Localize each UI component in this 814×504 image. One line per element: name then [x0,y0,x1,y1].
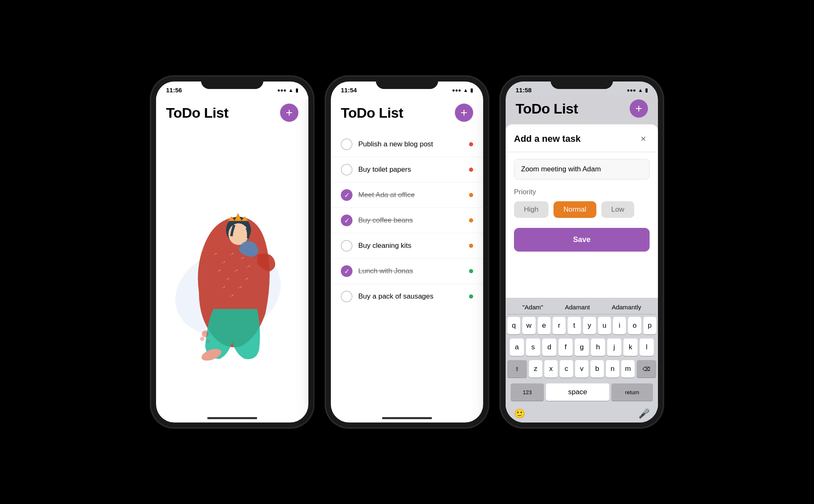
task-input[interactable] [514,159,650,180]
keyboard: "Adam" Adamant Adamantly q w e r t y u i [506,298,658,422]
modal-close-button[interactable]: × [637,133,650,145]
suggestion-2[interactable]: Adamant [565,304,590,311]
phone-1: 11:56 ●●● ▲ ▮ ToDo List + [151,77,313,427]
add-button-1[interactable]: + [280,104,298,122]
key-k[interactable]: k [623,338,638,356]
numbers-key[interactable]: 123 [511,383,544,401]
key-w[interactable]: w [522,317,535,334]
key-e[interactable]: e [538,317,551,334]
signal-icon-3: ●●● [627,87,636,93]
key-i[interactable]: i [613,317,626,334]
app-title-3: ToDo List [516,101,578,117]
key-t[interactable]: t [568,317,581,334]
priority-high-button[interactable]: High [514,201,548,218]
save-button[interactable]: Save [514,228,650,252]
key-f[interactable]: f [558,338,573,356]
todo-text-3: Meet Ada at office [358,191,463,199]
checkbox-7[interactable] [341,291,352,302]
key-a[interactable]: a [510,338,524,356]
time-1: 11:56 [166,86,182,94]
key-g[interactable]: g [575,338,589,356]
notch-1 [201,77,263,89]
modal-header: Add a new task × [506,124,658,152]
key-z[interactable]: z [529,360,542,378]
todo-item-7[interactable]: Buy a pack of sausages [331,284,483,309]
add-button-3[interactable]: + [630,99,648,118]
checkbox-3[interactable]: ✓ [341,189,352,201]
suggestion-3[interactable]: Adamantly [612,304,641,311]
key-l[interactable]: l [640,338,654,356]
illustration-container: → → → → → → → → → → → → [156,128,308,422]
keyboard-emoji-row: 🙂 🎤 [507,406,656,421]
key-p[interactable]: p [643,317,656,334]
todo-item-6[interactable]: ✓ Lunch with Jonas [331,259,483,284]
key-q[interactable]: q [507,317,520,334]
wifi-icon: ▲ [288,87,293,93]
status-icons-1: ●●● ▲ ▮ [277,87,298,93]
checkbox-4[interactable]: ✓ [341,215,352,226]
key-y[interactable]: y [583,317,596,334]
svg-point-17 [200,337,204,341]
todo-item-2[interactable]: Buy toilet papers [331,157,483,183]
key-h[interactable]: h [591,338,605,356]
phone-2: 11:54 ●●● ▲ ▮ ToDo List + Publish a new … [326,77,488,427]
app-header-3: ToDo List + [506,99,658,124]
battery-icon-2: ▮ [470,87,473,93]
key-s[interactable]: s [526,338,540,356]
todo-text-2: Buy toilet papers [358,166,463,174]
mic-key[interactable]: 🎤 [638,408,650,419]
add-button-2[interactable]: + [455,104,473,122]
priority-low-button[interactable]: Low [601,201,634,218]
todo-item-4[interactable]: ✓ Buy coffee beans [331,208,483,233]
key-r[interactable]: r [553,317,566,334]
wifi-icon-3: ▲ [638,87,643,93]
modal-sheet: Add a new task × Priority High Normal Lo… [506,124,658,422]
space-key[interactable]: space [546,383,609,401]
key-n[interactable]: n [606,360,619,378]
time-3: 11:58 [516,86,531,94]
todo-item-1[interactable]: Publish a new blog post [331,132,483,157]
phone-3: 11:58 ●●● ▲ ▮ ToDo List + Add a new task… [501,77,663,427]
home-bar-2 [382,417,432,419]
svg-point-16 [202,331,208,337]
checkbox-5[interactable] [341,240,352,252]
battery-icon-3: ▮ [645,87,648,93]
suggestion-1[interactable]: "Adam" [522,304,543,311]
key-m[interactable]: m [621,360,635,378]
delete-key[interactable]: ⌫ [637,360,656,378]
notch-3 [551,77,613,89]
wifi-icon-2: ▲ [463,87,468,93]
key-o[interactable]: o [628,317,641,334]
app-title-2: ToDo List [341,105,403,121]
checkbox-2[interactable] [341,164,352,175]
key-x[interactable]: x [544,360,558,378]
signal-icon: ●●● [277,87,286,93]
key-u[interactable]: u [598,317,611,334]
time-2: 11:54 [341,86,357,94]
priority-dot-4 [469,218,473,222]
modal-body: Priority High Normal Low Save [506,152,658,298]
todo-text-4: Buy coffee beans [358,216,463,225]
checkbox-1[interactable] [341,138,352,150]
key-v[interactable]: v [575,360,588,378]
checkbox-6[interactable]: ✓ [341,265,352,277]
priority-dot-7 [469,294,473,299]
key-d[interactable]: d [542,338,556,356]
keyboard-row-2: a s d f g h j k l [507,338,656,356]
keyboard-row-1: q w e r t y u i o p [507,317,656,334]
return-key[interactable]: return [611,383,653,401]
modal-title: Add a new task [514,133,581,144]
battery-icon: ▮ [295,87,298,93]
priority-normal-button[interactable]: Normal [553,201,596,218]
todo-item-5[interactable]: Buy cleaning kits [331,233,483,259]
key-j[interactable]: j [607,338,621,356]
app-header-1: ToDo List + [156,99,308,128]
key-c[interactable]: c [560,360,573,378]
keyboard-row-3: ⇧ z x c v b n m ⌫ [507,360,656,378]
priority-dot-5 [469,244,473,248]
shift-key[interactable]: ⇧ [507,360,527,378]
emoji-key[interactable]: 🙂 [514,408,525,419]
todo-item-3[interactable]: ✓ Meet Ada at office [331,183,483,208]
app-header-2: ToDo List + [331,99,483,128]
key-b[interactable]: b [591,360,604,378]
